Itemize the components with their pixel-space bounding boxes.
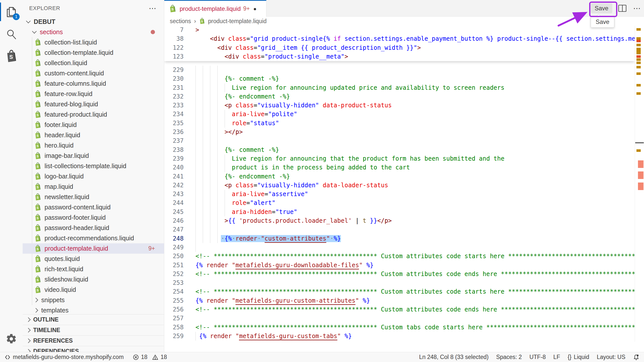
file-item-featured-blog.liquid[interactable]: S featured-blog.liquid <box>23 99 164 109</box>
editor-more-actions-icon[interactable]: ⋯ <box>632 3 641 13</box>
indent-guide <box>203 92 203 101</box>
code-line-content: aria-live="polite" <box>195 110 297 119</box>
sidebar-header: EXPLORER ⋯ <box>23 0 164 17</box>
file-item-feature-columns.liquid[interactable]: S feature-columns.liquid <box>23 78 164 89</box>
file-item-newsletter.liquid[interactable]: S newsletter.liquid <box>23 192 164 202</box>
file-item-quotes.liquid[interactable]: S quotes.liquid <box>23 254 164 264</box>
line-number: 241 <box>164 172 184 181</box>
file-item-collection.liquid[interactable]: S collection.liquid <box>23 58 164 68</box>
code-line[interactable]: 237 <box>164 137 644 145</box>
code-line[interactable]: 245 aria-hidden="true" <box>164 208 644 216</box>
cursor-position[interactable]: Ln 248, Col 8 (33 selected) <box>419 354 489 360</box>
file-item-password-content.liquid[interactable]: S password-content.liquid <box>23 202 164 212</box>
file-item-collection-list.liquid[interactable]: S collection-list.liquid <box>23 37 164 48</box>
file-item-hero.liquid[interactable]: S hero.liquid <box>23 140 164 151</box>
file-item-slideshow.liquid[interactable]: S slideshow.liquid <box>23 274 164 285</box>
code-line[interactable]: 258 <!-- *******************************… <box>164 323 644 332</box>
explorer-activity-icon[interactable]: 1 <box>0 2 23 23</box>
code-line[interactable]: 240 product is in the process being adde… <box>164 163 644 172</box>
indent-guide <box>225 83 225 92</box>
notifications-bell-icon[interactable] <box>633 354 639 360</box>
file-item-video.liquid[interactable]: S video.liquid <box>23 285 164 295</box>
code-line[interactable]: 250 <!-- *******************************… <box>164 252 644 261</box>
code-line[interactable]: 231 Live region for announcing updated p… <box>164 83 644 92</box>
file-item-product-recommendations.liquid[interactable]: S product-recommendations.liquid <box>23 233 164 243</box>
indentation-status[interactable]: Spaces: 2 <box>496 354 522 360</box>
explorer-more-actions-icon[interactable]: ⋯ <box>149 5 156 12</box>
problems-status[interactable]: 18 18 <box>133 354 167 360</box>
file-item-footer.liquid[interactable]: S footer.liquid <box>23 120 164 130</box>
code-line[interactable]: 253 <box>164 279 644 287</box>
code-line[interactable]: 249 <box>164 243 644 252</box>
file-item-featured-product.liquid[interactable]: S featured-product.liquid <box>23 109 164 120</box>
file-item-rich-text.liquid[interactable]: S rich-text.liquid <box>23 264 164 274</box>
code-line[interactable]: 123 <div class="product-single__meta"> <box>164 52 635 61</box>
file-item-map.liquid[interactable]: S map.liquid <box>23 182 164 192</box>
code-line[interactable]: 255 {% render "metafields-guru-custom-at… <box>164 296 644 305</box>
code-line[interactable]: 232 {%- endcomment -%} <box>164 92 644 101</box>
code-line[interactable]: 243 aria-live="assertive" <box>164 190 644 199</box>
code-line[interactable]: 246 >{{ 'products.product.loader_label' … <box>164 216 644 225</box>
split-editor-icon[interactable] <box>618 3 627 13</box>
file-item-product-template.liquid[interactable]: S product-template.liquid 9+ <box>23 243 164 254</box>
code-line[interactable]: 259 {% render "metafields-guru-custom-ta… <box>164 332 644 341</box>
breadcrumb-file[interactable]: product-template.liquid <box>208 18 267 25</box>
code-line[interactable]: 254 <!-- *******************************… <box>164 287 644 296</box>
file-item-custom-content.liquid[interactable]: S custom-content.liquid <box>23 68 164 78</box>
remote-indicator[interactable]: metafields-guru-demo-store.myshopify.com <box>5 354 124 360</box>
folder-templates[interactable]: templates <box>23 305 164 314</box>
file-item-image-bar.liquid[interactable]: S image-bar.liquid <box>23 151 164 161</box>
shopify-activity-icon[interactable]: S <box>0 46 23 67</box>
breadcrumb-folder[interactable]: sections <box>170 18 191 25</box>
tab-product-template[interactable]: S product-template.liquid 9+ ● <box>164 0 266 17</box>
encoding-status[interactable]: UTF-8 <box>529 354 546 360</box>
code-line[interactable]: 241 {%- endcomment -%} <box>164 172 644 181</box>
sidebar-section-timeline[interactable]: TIMELINE <box>23 325 164 335</box>
code-line[interactable]: 244 role="alert" <box>164 199 644 207</box>
sidebar-section-references[interactable]: REFERENCES <box>23 335 164 346</box>
code-line[interactable]: 38 <div class="grid product-single{% if … <box>164 34 635 43</box>
file-item-password-footer.liquid[interactable]: S password-footer.liquid <box>23 212 164 223</box>
code-line[interactable]: 235 role="status" <box>164 119 644 128</box>
code-line[interactable]: 230 {%- comment -%} <box>164 74 644 83</box>
save-button[interactable]: Save <box>591 3 612 13</box>
code-line[interactable]: 260 <!-- *******************************… <box>164 341 644 342</box>
code-line[interactable]: 251 {% render "metafields-guru-downloada… <box>164 261 644 270</box>
code-line[interactable]: 236 ></p> <box>164 128 644 137</box>
code-line[interactable]: 122 <div class="grid__item {{ product_de… <box>164 43 635 52</box>
explorer-badge: 1 <box>13 13 20 20</box>
code-editor[interactable]: 229 230 {%- comment -%} 231 Live region … <box>164 26 644 342</box>
workspace-root-debut[interactable]: DEBUT <box>23 17 164 27</box>
code-line[interactable]: 234 aria-live="polite" <box>164 110 644 119</box>
eol-status[interactable]: LF <box>553 354 560 360</box>
file-item-password-header.liquid[interactable]: S password-header.liquid <box>23 223 164 233</box>
dirty-indicator[interactable]: ● <box>253 6 257 12</box>
overview-ruler[interactable] <box>635 26 644 342</box>
code-line[interactable]: 239 Live region for announcing that the … <box>164 154 644 163</box>
code-line[interactable]: 242 <p class="visually-hidden" data-load… <box>164 181 644 190</box>
code-line[interactable]: 256 <!-- *******************************… <box>164 305 644 314</box>
folder-sections[interactable]: sections <box>23 27 164 37</box>
search-activity-icon[interactable] <box>0 24 23 45</box>
folder-snippets[interactable]: snippets <box>23 295 164 305</box>
code-line[interactable]: 252 <!-- *******************************… <box>164 270 644 279</box>
file-item-header.liquid[interactable]: S header.liquid <box>23 130 164 140</box>
code-line[interactable]: 247 <box>164 225 644 234</box>
file-item-list-collections-template.liquid[interactable]: S list-collections-template.liquid <box>23 161 164 171</box>
sidebar-section-outline[interactable]: OUTLINE <box>23 314 164 325</box>
file-item-collection-template.liquid[interactable]: S collection-template.liquid <box>23 48 164 58</box>
settings-gear-icon[interactable] <box>0 328 23 349</box>
indent-guide <box>225 110 225 119</box>
code-line[interactable]: 257 <box>164 314 644 323</box>
code-line[interactable]: 229 <box>164 66 644 74</box>
sticky-scroll: 7 > 38 <div class="grid product-single{%… <box>164 26 635 61</box>
code-line[interactable]: 7 > <box>164 26 635 34</box>
code-line[interactable]: 233 <p class="visually-hidden" data-prod… <box>164 101 644 110</box>
file-item-feature-row.liquid[interactable]: S feature-row.liquid <box>23 89 164 99</box>
file-item-logo-bar.liquid[interactable]: S logo-bar.liquid <box>23 171 164 182</box>
keyboard-layout[interactable]: Layout: US <box>597 354 625 360</box>
code-line[interactable]: 238 {%- comment -%} <box>164 146 644 154</box>
code-line[interactable]: 248 ·{%·render·"custom-attributes"·%} <box>164 234 644 243</box>
language-mode[interactable]: {} Liquid <box>568 354 589 360</box>
line-number: 253 <box>164 279 184 287</box>
